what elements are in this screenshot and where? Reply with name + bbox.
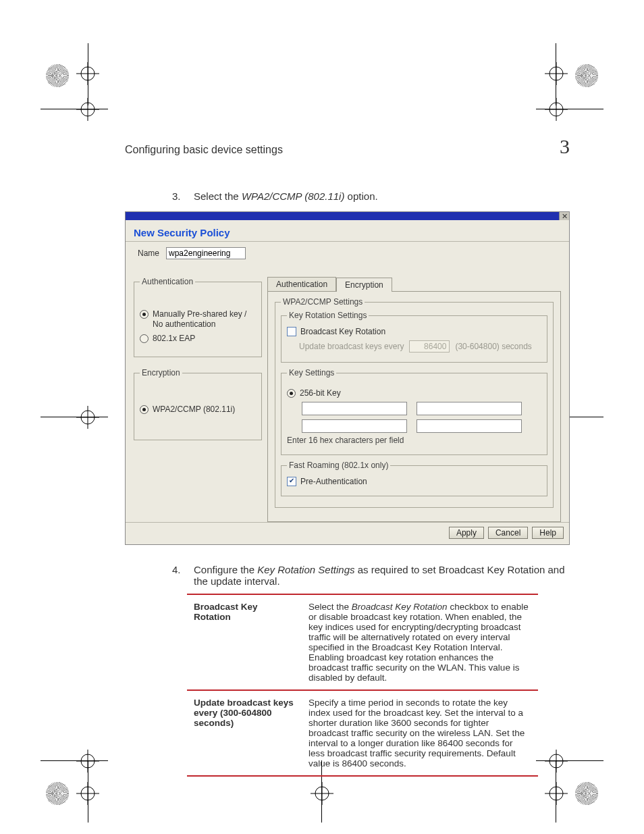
name-label: Name	[138, 249, 159, 258]
tab-row: Authentication Encryption	[267, 277, 561, 291]
svg-point-18	[81, 754, 95, 768]
svg-point-21	[81, 787, 95, 800]
key-settings-legend: Key Settings	[287, 368, 336, 377]
page-header-title: Configuring basic device settings	[125, 144, 283, 156]
crop-line	[556, 43, 556, 105]
radio-label: WPA2/CCMP (802.11i)	[153, 405, 235, 414]
auth-preshared-radio[interactable]: Manually Pre-shared key / No authenticat…	[140, 309, 256, 330]
encryption-legend: Encryption	[140, 368, 182, 377]
dialog-footer: Apply Cancel Help	[126, 522, 569, 544]
key-hint-text: Enter 16 hex characters per field	[287, 436, 541, 445]
setting-description: Specify a time period in seconds to rota…	[302, 690, 538, 776]
key-field-1[interactable]	[302, 402, 407, 415]
crop-line	[88, 760, 88, 823]
help-button[interactable]: Help	[532, 527, 564, 539]
radio-label: 256-bit Key	[300, 388, 341, 398]
key-field-2[interactable]	[417, 402, 522, 415]
enc-wpa2-radio[interactable]: WPA2/CCMP (802.11i)	[140, 405, 256, 414]
encryption-group: Encryption WPA2/CCMP (802.11i)	[134, 368, 262, 440]
radio-icon	[140, 405, 149, 414]
registration-mark-icon	[545, 62, 568, 85]
table-row: Broadcast Key Rotation Select the Broadc…	[187, 594, 538, 690]
setting-description: Select the Broadcast Key Rotation checkb…	[302, 594, 538, 690]
wpa2-ccmp-legend: WPA2/CCMP Settings	[281, 297, 365, 307]
registration-mark-icon	[76, 406, 99, 429]
chapter-number: 3	[560, 135, 570, 158]
apply-button[interactable]: Apply	[449, 527, 484, 539]
svg-point-3	[81, 103, 95, 116]
table-row: Update broadcast keys every (300-604800 …	[187, 690, 538, 776]
crop-line	[88, 43, 88, 105]
key-settings: Key Settings 256-bit Key	[281, 368, 547, 455]
settings-description-table: Broadcast Key Rotation Select the Broadc…	[187, 594, 538, 777]
registration-mark-icon	[76, 62, 99, 85]
authentication-group: Authentication Manually Pre-shared key /…	[134, 277, 262, 357]
update-range-text: (30-604800) seconds	[455, 342, 531, 351]
print-ornament	[44, 62, 71, 89]
registration-mark-icon	[76, 750, 99, 773]
checkbox-label: Broadcast Key Rotation	[300, 327, 385, 336]
setting-name: Broadcast Key Rotation	[187, 594, 302, 690]
svg-point-6	[549, 67, 563, 80]
registration-mark-icon	[76, 782, 99, 805]
radio-icon	[140, 334, 149, 343]
update-label: Update broadcast keys every	[299, 342, 404, 351]
key-rotation-legend: Key Rotation Settings	[287, 311, 369, 320]
registration-mark-icon	[311, 782, 333, 805]
name-input[interactable]	[166, 247, 246, 259]
encryption-tab-panel: WPA2/CCMP Settings Key Rotation Settings…	[267, 291, 561, 522]
dialog-title: New Security Policy	[126, 220, 569, 242]
cancel-button[interactable]: Cancel	[488, 527, 528, 539]
update-broadcast-row: Update broadcast keys every 86400 (30-60…	[299, 340, 541, 353]
step-3: 3. Select the WPA2/CCMP (802.11i) option…	[172, 190, 570, 202]
svg-point-0	[81, 67, 95, 80]
new-security-policy-dialog: ✕ New Security Policy Name Authenticatio…	[125, 211, 570, 545]
registration-mark-icon	[545, 782, 568, 805]
crop-line	[41, 417, 108, 417]
broadcast-key-rotation-checkbox[interactable]: Broadcast Key Rotation	[287, 327, 541, 336]
authentication-legend: Authentication	[140, 277, 195, 286]
update-interval-input[interactable]: 86400	[409, 340, 450, 353]
tab-encryption[interactable]: Encryption	[336, 278, 392, 292]
registration-mark-icon	[76, 98, 99, 121]
radio-label: 802.1x EAP	[153, 334, 195, 343]
checkbox-label: Pre-Authentication	[300, 477, 367, 486]
setting-name: Update broadcast keys every (300-604800 …	[187, 690, 302, 776]
checkbox-icon	[287, 327, 296, 336]
print-ornament	[573, 62, 600, 89]
step-number: 4.	[172, 564, 184, 587]
step-text: Configure the Key Rotation Settings as r…	[194, 564, 570, 587]
print-ornament	[573, 780, 600, 807]
crop-line	[536, 109, 603, 109]
svg-point-27	[549, 787, 563, 800]
fast-roaming-legend: Fast Roaming (802.1x only)	[287, 461, 390, 470]
registration-mark-icon	[545, 98, 568, 121]
fast-roaming-settings: Fast Roaming (802.1x only) Pre-Authentic…	[281, 461, 547, 496]
svg-point-30	[315, 787, 329, 800]
key-field-3[interactable]	[302, 419, 407, 433]
crop-line	[41, 760, 108, 761]
checkbox-icon	[287, 477, 296, 486]
radio-label: Manually Pre-shared key / No authenticat…	[153, 309, 256, 330]
dialog-titlebar: ✕	[126, 212, 569, 220]
wpa2-ccmp-settings: WPA2/CCMP Settings Key Rotation Settings…	[275, 297, 554, 508]
pre-authentication-checkbox[interactable]: Pre-Authentication	[287, 477, 541, 486]
crop-line	[41, 109, 108, 109]
radio-icon	[140, 310, 149, 319]
step-number: 3.	[172, 190, 184, 202]
svg-point-12	[81, 411, 95, 424]
key-field-4[interactable]	[417, 419, 522, 433]
key-256bit-radio[interactable]: 256-bit Key	[287, 388, 541, 398]
key-rotation-settings: Key Rotation Settings Broadcast Key Rota…	[281, 311, 547, 363]
radio-icon	[287, 389, 296, 398]
auth-8021x-radio[interactable]: 802.1x EAP	[140, 334, 256, 343]
tab-authentication[interactable]: Authentication	[267, 277, 336, 291]
close-icon[interactable]: ✕	[559, 212, 569, 220]
step-4: 4. Configure the Key Rotation Settings a…	[172, 564, 570, 587]
step-text: Select the WPA2/CCMP (802.11i) option.	[194, 190, 378, 202]
print-ornament	[44, 780, 71, 807]
svg-point-9	[549, 103, 563, 116]
